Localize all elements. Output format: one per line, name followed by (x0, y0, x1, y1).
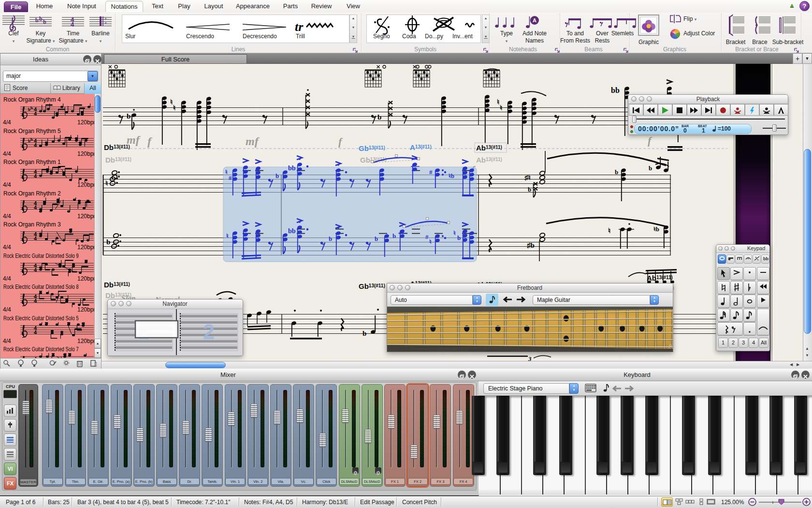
svg-text:b: b (615, 168, 618, 176)
svg-text:b: b (528, 186, 531, 193)
svg-text:b: b (377, 113, 381, 121)
svg-text:b: b (392, 232, 396, 239)
svg-text:♮: ♮ (608, 227, 610, 235)
svg-text:#: # (229, 174, 232, 181)
svg-text:4: 4 (71, 21, 74, 28)
svg-text:♮: ♮ (453, 229, 456, 237)
svg-text:+: + (104, 21, 107, 26)
svg-text:b: b (329, 235, 332, 242)
svg-text:b: b (43, 18, 46, 25)
svg-text:mf: mf (246, 135, 260, 148)
svg-text:b: b (35, 17, 39, 24)
svg-text:♮b: ♮b (653, 225, 659, 233)
svg-text:tr: tr (295, 20, 304, 34)
svg-text:b: b (649, 164, 652, 172)
svg-text:b: b (457, 234, 461, 241)
svg-text:♮b: ♮b (449, 172, 454, 179)
svg-text:♮: ♮ (429, 238, 432, 245)
svg-text:3: 3 (528, 355, 532, 361)
svg-text:♮: ♮ (105, 179, 108, 187)
svg-text:♮: ♮ (497, 98, 499, 106)
svg-text:♮: ♮ (226, 232, 229, 239)
svg-text:♯♮: ♯♮ (524, 174, 531, 181)
svg-text:#: # (429, 168, 433, 176)
svg-text:♮: ♮ (170, 98, 173, 106)
svg-text:b: b (106, 238, 110, 246)
svg-text:b: b (375, 235, 378, 242)
svg-text:A: A (533, 17, 536, 23)
svg-text:♮: ♮ (500, 104, 502, 112)
svg-text:♯b: ♯b (527, 241, 535, 249)
svg-text:b: b (276, 172, 279, 179)
svg-text:#: # (425, 233, 429, 240)
svg-text:b: b (127, 112, 130, 120)
svg-text:bb: bb (611, 86, 620, 94)
svg-text:bb: bb (288, 227, 296, 235)
svg-text:bb: bb (288, 164, 296, 172)
svg-text:♮: ♮ (173, 104, 175, 112)
svg-text:b: b (362, 329, 366, 337)
svg-text:bb: bb (763, 256, 769, 261)
svg-text:2: 2 (203, 320, 215, 344)
svg-text:b: b (39, 16, 43, 22)
svg-text:♮: ♮ (225, 168, 228, 176)
